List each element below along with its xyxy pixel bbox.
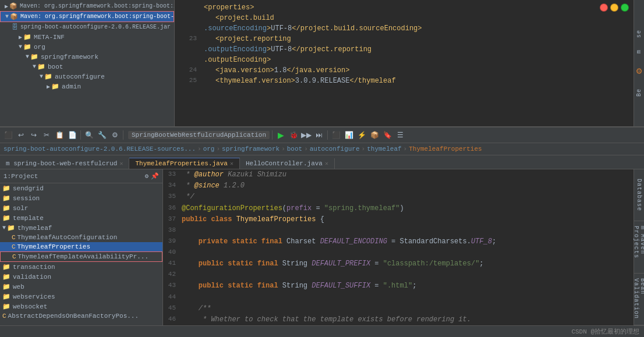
breadcrumb-boot[interactable]: boot	[287, 146, 302, 152]
breadcrumb-springframework[interactable]: springframework	[222, 146, 279, 152]
tree-item-maven1[interactable]: ▶ 📦 Maven: org.springframework.boot:spri…	[0, 1, 174, 11]
xml-line: <properties>	[179, 2, 639, 13]
line-number	[179, 13, 197, 23]
left-sidebar: 1:Project ⚙ 📌 📁 sendgrid 📁 session 📁	[0, 169, 163, 325]
sidebar-item-template[interactable]: 📁 template	[0, 213, 162, 223]
tab-close-maven[interactable]: ✕	[119, 160, 123, 167]
toolbar-btn-8[interactable]: 🔧	[96, 129, 108, 141]
tab-maven[interactable]: m spring-boot-web-restfulcrud ✕	[0, 158, 129, 169]
toolbar-sep-4	[327, 130, 328, 140]
line-num: 41	[163, 258, 179, 269]
line-num: 45	[163, 303, 179, 314]
breadcrumb-org[interactable]: org	[203, 146, 215, 152]
toolbar-btn-1[interactable]: ⬛	[2, 129, 14, 141]
arrow-icon: ▼	[26, 54, 29, 60]
code-line-43: 43 public static final String DEFAULT_SU…	[163, 281, 634, 292]
toolbar-sep-1	[80, 130, 81, 140]
sidebar-item-thymetemplate[interactable]: C ThymeleafTemplateAvailabilityPr...	[0, 251, 162, 262]
toolbar-btn-5[interactable]: 📋	[54, 129, 65, 141]
arrow-icon: ▶	[19, 34, 22, 41]
tree-item-org[interactable]: ▼ 📁 org	[0, 42, 174, 52]
tree-item-maven2[interactable]: ▼ 📦 Maven: org.springframework.boot:spri…	[0, 11, 174, 22]
toolbar-btn-14[interactable]: 📦	[369, 129, 380, 141]
sidebar-item-webservices[interactable]: 📁 webservices	[0, 292, 162, 301]
tree-item-meta[interactable]: ▶ 📁 META-INF	[0, 32, 174, 42]
line-num: 33	[163, 169, 179, 180]
sidebar-settings-icon[interactable]: ⚙	[144, 172, 148, 180]
close-btn[interactable]	[600, 3, 608, 12]
xml-line: <project.build	[179, 13, 639, 23]
folder-icon: 📁	[2, 273, 10, 281]
toolbar-btn-4[interactable]: ✂	[41, 129, 52, 141]
right-side-labels-top: se m ⚙ Be	[634, 0, 644, 126]
tab-thymeleaf[interactable]: ThymeleafProperties.java ✕	[129, 158, 239, 169]
breadcrumb-autoconfigure[interactable]: autoconfigure	[310, 146, 360, 152]
tab-hello[interactable]: HelloController.java ✕	[240, 158, 335, 169]
label-maven[interactable]: m Maven Projects	[634, 221, 644, 273]
tab-close-hello[interactable]: ✕	[325, 160, 328, 167]
tree-item-autoconfigure[interactable]: ▼ 📁 autoconfigure	[0, 72, 174, 81]
folder-icon: 📁	[7, 224, 15, 232]
tree-item-springframework[interactable]: ▼ 📁 springframework	[0, 52, 174, 62]
toolbar-btn-12[interactable]: 📊	[343, 129, 355, 141]
arrow-icon: ▼	[40, 73, 43, 80]
sidebar-item-session[interactable]: 📁 session	[0, 193, 162, 203]
run-btn[interactable]: ▶	[275, 129, 286, 141]
toolbar-btn-9[interactable]: ⚙	[109, 129, 121, 141]
toolbar-btn-stop[interactable]: ⬛	[330, 129, 342, 141]
toolbar-btn-10[interactable]: ▶▶	[300, 129, 312, 141]
top-panel: ▶ 📦 Maven: org.springframework.boot:spri…	[0, 0, 644, 127]
code-content[interactable]: 33 * @author Kazuki Shimizu 34 * @since …	[163, 169, 634, 325]
sidebar-item-thymeleaf[interactable]: ▼ 📁 thymeleaf	[0, 223, 162, 233]
xml-text: .outputEncoding>UTF-8</project.reporting	[201, 44, 639, 55]
toolbar-btn-16[interactable]: ☰	[394, 129, 406, 141]
sidebar-item-web[interactable]: 📁 web	[0, 282, 162, 292]
toolbar-sep-2	[123, 130, 123, 140]
minimize-btn[interactable]	[610, 3, 618, 12]
sidebar-item-solr[interactable]: 📁 solr	[0, 203, 162, 213]
xml-line: .sourceEncoding>UTF-8</project.build.sou…	[179, 23, 639, 34]
folder-icon: 📁	[2, 204, 10, 212]
toolbar-btn-7[interactable]: 🔍	[83, 129, 95, 141]
sidebar-item-validation[interactable]: 📁 validation	[0, 272, 162, 282]
toolbar-btn-15[interactable]: 🔖	[381, 129, 393, 141]
class-icon: C	[12, 243, 16, 250]
sidebar-item-thymeauto[interactable]: C ThymeleafAutoConfiguration	[0, 233, 162, 242]
maximize-btn[interactable]	[621, 3, 629, 12]
line-num: 38	[163, 225, 179, 236]
label-database[interactable]: Database	[634, 169, 644, 221]
sidebar-item-abstract[interactable]: C AbstractDependsOnBeanFactoryPos...	[0, 311, 162, 321]
code-text: * Whether to check that the template exi…	[179, 314, 634, 325]
tab-close-thymeleaf[interactable]: ✕	[230, 160, 233, 167]
xml-text: <thymeleaf.version>3.0.9.RELEASE</thymel…	[201, 76, 639, 86]
item-label: thymeleaf	[17, 225, 52, 232]
line-number	[179, 2, 197, 13]
toolbar-btn-13[interactable]: ⚡	[356, 129, 367, 141]
debug-btn[interactable]: 🐞	[288, 129, 299, 141]
toolbar-btn-6[interactable]: 📄	[66, 129, 78, 141]
sidebar-item-sendgrid[interactable]: 📁 sendgrid	[0, 183, 162, 193]
label-bean-validation[interactable]: Bean Validation	[634, 274, 644, 325]
line-num: 39	[163, 236, 179, 247]
code-text: * @author Kazuki Shimizu	[179, 169, 634, 180]
breadcrumb-thymeleaf[interactable]: thymeleaf	[367, 146, 401, 152]
bottom-content: 1:Project ⚙ 📌 📁 sendgrid 📁 session 📁	[0, 169, 644, 325]
sidebar-item-thymeprops[interactable]: C ThymeleafProperties	[0, 242, 162, 251]
folder-icon: 📁	[2, 214, 10, 222]
bean-icon[interactable]: ⚙	[636, 65, 642, 77]
tree-item-boot[interactable]: ▼ 📁 boot	[0, 62, 174, 72]
sidebar-item-transaction[interactable]: 📁 transaction	[0, 262, 162, 272]
item-label: AbstractDependsOnBeanFactoryPos...	[8, 313, 139, 320]
tree-item-jar[interactable]: 🗄 spring-boot-autoconfigure-2.0.6.RELEAS…	[0, 22, 174, 32]
folder-icon: 📁	[2, 185, 10, 192]
code-text	[179, 247, 634, 258]
breadcrumb-sources[interactable]: spring-boot-autoconfigure-2.0.6.RELEASE-…	[3, 146, 196, 152]
toolbar-btn-11[interactable]: ⏭	[313, 129, 325, 141]
sidebar-item-websocket[interactable]: 📁 websocket	[0, 301, 162, 311]
breadcrumb-sep-1: ›	[197, 146, 201, 152]
toolbar-btn-2[interactable]: ↩	[15, 129, 27, 141]
sidebar-pin-icon[interactable]: 📌	[151, 172, 159, 180]
tree-item-admin[interactable]: ▶ 📁 admin	[0, 81, 174, 91]
code-line-42: 42	[163, 269, 634, 281]
toolbar-btn-3[interactable]: ↪	[28, 129, 40, 141]
